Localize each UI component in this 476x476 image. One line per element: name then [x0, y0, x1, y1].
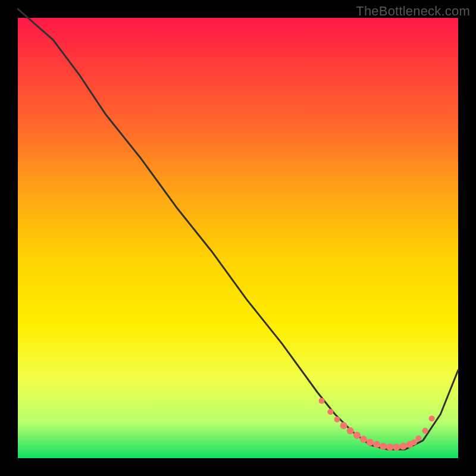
- chart-marker: [393, 444, 400, 451]
- chart-marker: [411, 439, 417, 445]
- chart-curve: [18, 9, 458, 449]
- chart-marker: [429, 415, 435, 421]
- chart-svg: [18, 18, 458, 458]
- chart-marker: [353, 432, 361, 439]
- chart-marker: [360, 436, 367, 443]
- chart-marker: [415, 436, 421, 441]
- chart-marker: [422, 428, 428, 434]
- chart-marker: [380, 443, 387, 450]
- chart-plot-area: [18, 18, 458, 458]
- chart-marker: [347, 427, 354, 434]
- chart-marker: [400, 443, 407, 450]
- chart-marker: [386, 444, 393, 451]
- chart-marker: [334, 416, 340, 422]
- chart-marker: [319, 398, 325, 404]
- chart-marker: [373, 441, 380, 448]
- chart-marker: [340, 422, 347, 429]
- chart-stage: TheBottleneck.com: [0, 0, 476, 476]
- chart-marker: [327, 409, 333, 415]
- watermark-text: TheBottleneck.com: [356, 4, 470, 19]
- chart-marker: [367, 439, 374, 446]
